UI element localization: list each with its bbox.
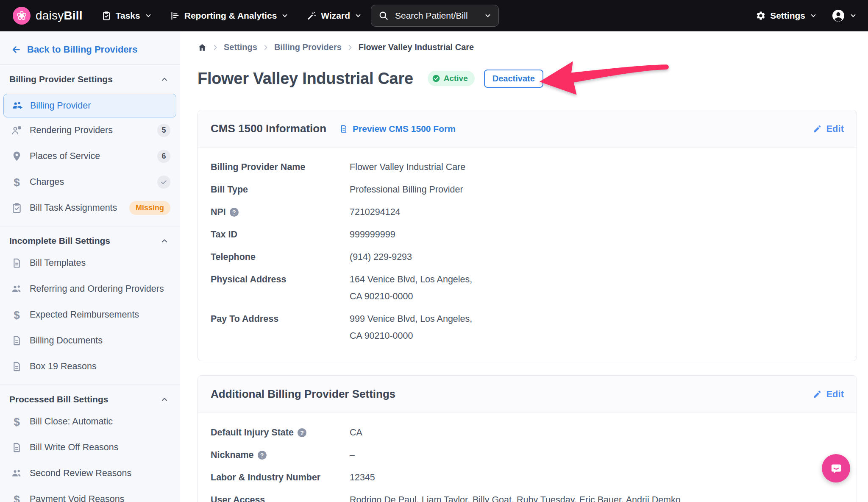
additional-card-title: Additional Billing Provider Settings xyxy=(211,388,395,401)
document-icon xyxy=(11,335,22,346)
sidebar-item-billing-provider[interactable]: Billing Provider xyxy=(3,94,176,117)
status-badge: Active xyxy=(428,71,475,86)
field-billing-provider-name: Billing Provider Name Flower Valley Indu… xyxy=(211,159,844,176)
cms-edit-link[interactable]: Edit xyxy=(812,123,844,134)
nav-wizard[interactable]: Wizard xyxy=(306,11,362,21)
check-circle-icon xyxy=(432,74,440,83)
sidebar-item-charges[interactable]: $ Charges xyxy=(0,169,180,195)
page-title: Flower Valley Industrial Care xyxy=(198,70,413,88)
nav-reporting-analytics[interactable]: Reporting & Analytics xyxy=(170,11,289,21)
document-icon xyxy=(11,361,22,372)
chevron-up-icon[interactable] xyxy=(160,395,169,404)
chevron-right-icon xyxy=(347,44,353,51)
home-icon[interactable] xyxy=(198,43,207,52)
chevron-down-icon xyxy=(354,12,362,20)
clipboard-icon xyxy=(101,11,111,21)
sidebar-item-bill-close-automatic[interactable]: $ Bill Close: Automatic xyxy=(0,409,180,435)
chat-bubble-icon xyxy=(829,461,843,476)
sidebar-item-places-of-service[interactable]: Places of Service 6 xyxy=(0,143,180,169)
count-badge: 6 xyxy=(157,150,170,163)
sidebar-item-billing-documents[interactable]: Billing Documents xyxy=(0,328,180,354)
breadcrumb-billing-providers[interactable]: Billing Providers xyxy=(274,42,342,52)
nav-account-menu[interactable] xyxy=(832,9,857,22)
daisy-logo-icon: ❀ xyxy=(13,7,31,25)
breadcrumb: Settings Billing Providers Flower Valley… xyxy=(198,42,857,52)
preview-cms-1500-form-link[interactable]: Preview CMS 1500 Form xyxy=(339,124,456,134)
sidebar-item-second-review-reasons[interactable]: Second Review Reasons xyxy=(0,460,180,486)
brand-logo[interactable]: ❀ daisyBill xyxy=(13,7,83,25)
check-icon xyxy=(160,178,167,186)
sidebar-item-referring-ordering-providers[interactable]: Referring and Ordering Providers xyxy=(0,276,180,302)
sidebar-item-bill-templates[interactable]: Bill Templates xyxy=(0,250,180,276)
field-labor-industry-number: Labor & Industry Number 12345 xyxy=(211,469,844,486)
dollar-icon: $ xyxy=(11,176,22,188)
field-default-injury-state: Default Injury State? CA xyxy=(211,424,844,441)
chevron-down-icon xyxy=(849,12,857,20)
help-icon[interactable]: ? xyxy=(298,428,306,437)
chevron-down-icon xyxy=(145,12,152,20)
pencil-icon xyxy=(812,390,822,399)
field-pay-to-address: Pay To Address 999 Venice Blvd, Los Ange… xyxy=(211,310,844,344)
cms-card-title: CMS 1500 Information xyxy=(211,122,326,135)
person-chat-icon xyxy=(11,125,22,136)
deactivate-button[interactable]: Deactivate xyxy=(484,70,543,88)
nav-settings[interactable]: Settings xyxy=(756,11,817,21)
section-billing-provider-settings: Billing Provider Settings xyxy=(0,65,180,89)
field-tax-id: Tax ID 999999999 xyxy=(211,226,844,243)
nav-wizard-label: Wizard xyxy=(321,11,350,21)
sidebar-item-box-19-reasons[interactable]: Box 19 Reasons xyxy=(0,354,180,379)
nav-tasks[interactable]: Tasks xyxy=(101,11,152,21)
map-pin-icon xyxy=(11,151,22,162)
search-patient-bill-input[interactable]: Search Patient/Bill xyxy=(371,5,499,27)
sidebar-item-payment-void-reasons[interactable]: $ Payment Void Reasons xyxy=(0,486,180,502)
main-content: Settings Billing Providers Flower Valley… xyxy=(180,31,868,502)
search-label: Search Patient/Bill xyxy=(395,11,478,21)
additional-edit-link[interactable]: Edit xyxy=(812,389,844,400)
check-badge xyxy=(157,176,170,189)
chevron-down-icon xyxy=(281,12,289,20)
users-icon xyxy=(11,283,22,295)
breadcrumb-current: Flower Valley Industrial Care xyxy=(359,42,474,52)
arrow-left-icon xyxy=(11,45,21,55)
nav-tasks-label: Tasks xyxy=(116,11,140,21)
sidebar-item-expected-reimbursements[interactable]: $ Expected Reimbursements xyxy=(0,302,180,328)
top-navbar: ❀ daisyBill Tasks Reporting & Analytics xyxy=(0,0,868,31)
chat-widget-button[interactable] xyxy=(822,454,850,482)
field-npi: NPI? 7210294124 xyxy=(211,204,844,220)
clipboard-check-icon xyxy=(11,202,22,214)
sidebar-item-bill-task-assignments[interactable]: Bill Task Assignments Missing xyxy=(0,195,180,221)
breadcrumb-settings[interactable]: Settings xyxy=(224,42,257,52)
document-icon xyxy=(11,257,22,269)
help-icon[interactable]: ? xyxy=(230,208,239,217)
field-physical-address: Physical Address 164 Venice Blvd, Los An… xyxy=(211,271,844,305)
document-icon xyxy=(11,442,22,453)
chevron-right-icon xyxy=(212,44,219,51)
magic-wand-icon xyxy=(306,11,317,21)
brand-name: daisyBill xyxy=(36,9,83,22)
field-telephone: Telephone (914) 229-9293 xyxy=(211,248,844,265)
help-icon[interactable]: ? xyxy=(258,451,267,460)
count-badge: 5 xyxy=(157,124,170,137)
back-to-billing-providers-link[interactable]: Back to Billing Providers xyxy=(0,31,180,64)
nav-reporting-label: Reporting & Analytics xyxy=(184,11,277,21)
users-icon xyxy=(11,468,22,479)
sidebar-item-bill-write-off-reasons[interactable]: Bill Write Off Reasons xyxy=(0,435,180,460)
gear-icon xyxy=(756,11,766,21)
missing-badge: Missing xyxy=(129,201,170,215)
section-processed-bill-settings: Processed Bill Settings xyxy=(0,385,180,409)
additional-settings-card: Additional Billing Provider Settings Edi… xyxy=(198,375,857,502)
sidebar-item-rendering-providers[interactable]: Rendering Providers 5 xyxy=(0,117,180,143)
annotation-arrow xyxy=(538,57,673,98)
chevron-up-icon[interactable] xyxy=(160,75,169,84)
chevron-up-icon[interactable] xyxy=(160,237,169,245)
chart-icon xyxy=(170,11,180,21)
field-nickname: Nickname? – xyxy=(211,446,844,463)
user-avatar-icon xyxy=(832,9,845,22)
section-incomplete-bill-settings: Incomplete Bill Settings xyxy=(0,226,180,250)
file-text-icon xyxy=(339,124,348,134)
chevron-down-icon xyxy=(810,12,817,20)
chevron-down-icon[interactable] xyxy=(484,12,492,20)
dollar-icon: $ xyxy=(11,309,22,321)
pencil-icon xyxy=(812,124,822,134)
field-bill-type: Bill Type Professional Billing Provider xyxy=(211,181,844,198)
